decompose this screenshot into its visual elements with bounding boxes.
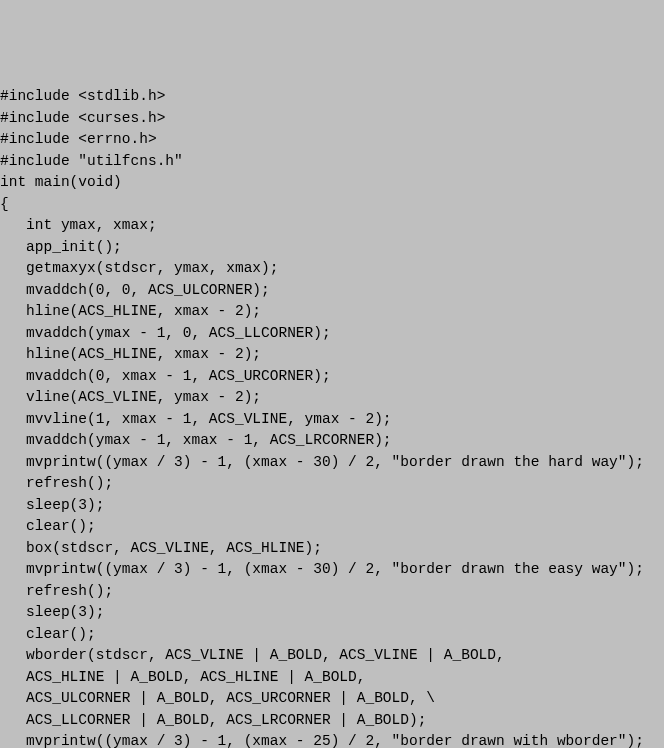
code-line: #include <stdlib.h> [0,86,664,108]
code-line: mvaddch(0, xmax - 1, ACS_URCORNER); [0,366,664,388]
code-line: { [0,194,664,216]
code-line: ACS_HLINE | A_BOLD, ACS_HLINE | A_BOLD, [0,667,664,689]
code-line: #include <curses.h> [0,108,664,130]
code-line: sleep(3); [0,495,664,517]
code-line: mvprintw((ymax / 3) - 1, (xmax - 30) / 2… [0,559,664,581]
code-line: mvaddch(0, 0, ACS_ULCORNER); [0,280,664,302]
code-line: mvprintw((ymax / 3) - 1, (xmax - 25) / 2… [0,731,664,748]
code-line: int main(void) [0,172,664,194]
code-line: app_init(); [0,237,664,259]
code-line: mvvline(1, xmax - 1, ACS_VLINE, ymax - 2… [0,409,664,431]
code-line: mvaddch(ymax - 1, 0, ACS_LLCORNER); [0,323,664,345]
code-line: refresh(); [0,581,664,603]
code-line: int ymax, xmax; [0,215,664,237]
code-line: hline(ACS_HLINE, xmax - 2); [0,344,664,366]
code-line: getmaxyx(stdscr, ymax, xmax); [0,258,664,280]
code-line: clear(); [0,516,664,538]
code-block: #include <stdlib.h>#include <curses.h>#i… [0,86,664,748]
code-line: ACS_ULCORNER | A_BOLD, ACS_URCORNER | A_… [0,688,664,710]
code-line: box(stdscr, ACS_VLINE, ACS_HLINE); [0,538,664,560]
code-line: hline(ACS_HLINE, xmax - 2); [0,301,664,323]
code-line: mvaddch(ymax - 1, xmax - 1, ACS_LRCORNER… [0,430,664,452]
code-line: mvprintw((ymax / 3) - 1, (xmax - 30) / 2… [0,452,664,474]
code-line: sleep(3); [0,602,664,624]
code-line: refresh(); [0,473,664,495]
code-line: ACS_LLCORNER | A_BOLD, ACS_LRCORNER | A_… [0,710,664,732]
code-line: #include "utilfcns.h" [0,151,664,173]
code-line: wborder(stdscr, ACS_VLINE | A_BOLD, ACS_… [0,645,664,667]
code-line: clear(); [0,624,664,646]
code-line: vline(ACS_VLINE, ymax - 2); [0,387,664,409]
code-line: #include <errno.h> [0,129,664,151]
